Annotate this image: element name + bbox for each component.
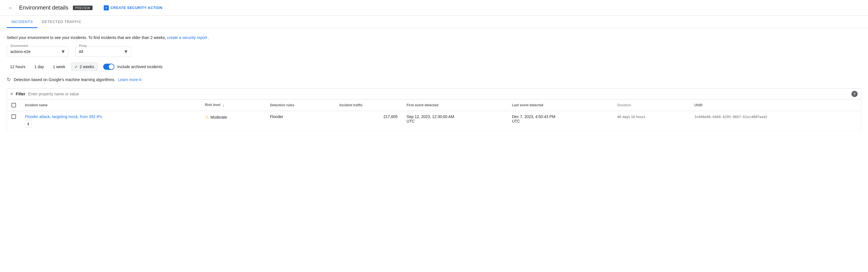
create-security-action-button[interactable]: + CREATE SECURITY ACTION [104, 5, 163, 10]
col-last-event: Last event detected [507, 99, 613, 111]
page-header: ← Environment details PREVIEW + CREATE S… [0, 0, 868, 16]
proxy-select-group: Proxy All ▼ [75, 46, 131, 57]
time-2w-button[interactable]: ✓ 2 weeks [71, 63, 98, 71]
incidents-table: Incident name Risk level ↓ Detection rul… [7, 99, 861, 131]
filter-input[interactable] [28, 92, 849, 96]
tab-incidents[interactable]: INCIDENTS [7, 16, 37, 28]
filter-icon: ≡ [10, 91, 13, 96]
select-all-checkbox[interactable] [11, 103, 16, 108]
time-1w-button[interactable]: 1 week [50, 63, 69, 71]
download-icon[interactable]: ⬇ [25, 121, 32, 127]
external-link-icon: ⧉ [139, 78, 142, 82]
refresh-circle-icon: ↻ [7, 77, 11, 83]
row-incident-name-cell: Flooder attack, targeting mock, from 392… [21, 111, 200, 131]
time-12h-button[interactable]: 12 hours [7, 63, 29, 71]
filter-help-button[interactable]: ? [851, 91, 858, 97]
warning-icon: ⚠ [205, 114, 209, 120]
col-incident-traffic: Incident traffic [335, 99, 402, 111]
col-duration: Duration [613, 99, 690, 111]
tab-detected-traffic[interactable]: DETECTED TRAFFIC [37, 16, 86, 28]
risk-level-sort-icon[interactable]: ↓ [223, 103, 224, 108]
row-last-event-cell: Dec 7, 2023, 4:50:43 PMUTC [507, 111, 613, 131]
proxy-select[interactable]: All [75, 46, 131, 57]
learn-more-link[interactable]: Learn more ⧉ [118, 78, 142, 82]
row-detection-rules-cell: Flooder [266, 111, 335, 131]
row-duration-cell: 86 days 16 hours [613, 111, 690, 131]
main-content: Select your environment to see your inci… [0, 28, 868, 131]
table-row: Flooder attack, targeting mock, from 392… [7, 111, 861, 131]
row-select-cell [7, 111, 21, 131]
col-incident-name: Incident name [21, 99, 200, 111]
tabs-bar: INCIDENTS DETECTED TRAFFIC [0, 16, 868, 28]
time-1d-button[interactable]: 1 day [31, 63, 47, 71]
create-security-report-link[interactable]: create a security report [167, 35, 207, 40]
col-risk-level: Risk level ↓ [200, 99, 266, 111]
col-uuid: UUID [690, 99, 861, 111]
environment-select-group: Environment actions-e2e ▼ [7, 46, 68, 57]
filter-bar: ≡ Filter ? [7, 88, 861, 99]
time-range-row: 12 hours 1 day 1 week ✓ 2 weeks Include … [7, 63, 861, 71]
row-checkbox[interactable] [11, 114, 16, 119]
info-text: Select your environment to see your inci… [7, 35, 861, 41]
col-select [7, 99, 21, 111]
col-first-event: First event detected [402, 99, 507, 111]
plus-icon: + [104, 5, 109, 10]
proxy-label: Proxy [78, 44, 88, 48]
environment-label: Environment [9, 44, 29, 48]
checkmark-icon: ✓ [74, 64, 78, 69]
archive-toggle-wrapper: Include archived incidents [103, 64, 162, 70]
back-button[interactable]: ← [7, 3, 14, 12]
page-title: Environment details [19, 4, 68, 11]
row-risk-level-cell: ⚠ Moderate [200, 111, 266, 131]
risk-badge: ⚠ Moderate [205, 114, 261, 120]
environment-select[interactable]: actions-e2e [7, 46, 68, 57]
filters-row: Environment actions-e2e ▼ Proxy All ▼ [7, 46, 861, 57]
row-uuid-cell: 3c840e60-b949-4295-865f-61ec480faa42 [690, 111, 861, 131]
archive-toggle[interactable] [103, 64, 114, 70]
row-incident-traffic-cell: 217,605 [335, 111, 402, 131]
filter-label: Filter [16, 92, 25, 96]
col-detection-rules: Detection rules [266, 99, 335, 111]
create-action-label: CREATE SECURITY ACTION [111, 6, 163, 10]
incident-name-link[interactable]: Flooder attack, targeting mock, from 392… [25, 114, 102, 119]
table-header-row: Incident name Risk level ↓ Detection rul… [7, 99, 861, 111]
archive-toggle-label: Include archived incidents [117, 64, 162, 69]
row-first-event-cell: Sep 12, 2023, 12:30:00 AMUTC [402, 111, 507, 131]
preview-badge: PREVIEW [73, 6, 93, 10]
ml-info: ↻ Detection based on Google's machine le… [7, 77, 861, 83]
